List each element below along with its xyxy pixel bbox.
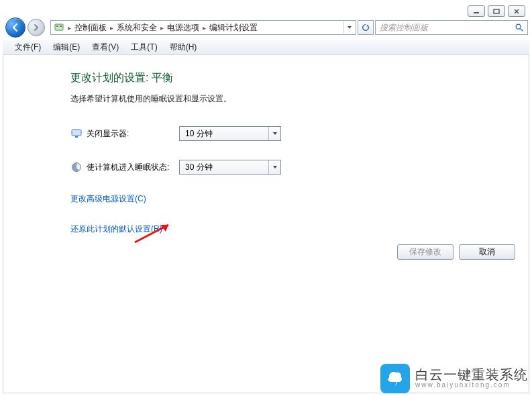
menu-view[interactable]: 查看(V) (87, 40, 124, 54)
svg-point-5 (516, 24, 521, 29)
minimize-button[interactable] (468, 5, 485, 17)
svg-rect-3 (56, 26, 58, 27)
svg-rect-2 (55, 24, 63, 30)
refresh-button[interactable] (358, 20, 374, 35)
svg-rect-6 (72, 130, 81, 136)
display-off-dropdown[interactable]: 10 分钟 (179, 126, 281, 141)
svg-rect-1 (494, 9, 499, 13)
address-bar[interactable]: ▸ 控制面板 ▸ 系统和安全 ▸ 电源选项 ▸ 编辑计划设置 (50, 20, 356, 35)
watermark-url: www.baiyunxitong.com (415, 382, 528, 389)
search-input[interactable] (378, 22, 514, 33)
chevron-right-icon: ▸ (109, 24, 115, 32)
moon-icon (70, 161, 83, 173)
field-sleep: 使计算机进入睡眠状态: 30 分钟 (70, 160, 514, 175)
svg-rect-4 (60, 26, 62, 27)
chevron-down-icon (268, 160, 280, 174)
breadcrumb-system-security[interactable]: 系统和安全 (117, 22, 157, 34)
content-pane: 更改计划的设置: 平衡 选择希望计算机使用的睡眠设置和显示设置。 关闭显示器: … (3, 55, 529, 393)
chevron-right-icon: ▸ (66, 24, 72, 32)
page-title: 更改计划的设置: 平衡 (70, 71, 514, 85)
save-button[interactable]: 保存修改 (397, 244, 454, 260)
search-box[interactable] (375, 20, 528, 35)
menu-file[interactable]: 文件(F) (9, 40, 46, 54)
control-panel-icon (54, 22, 64, 33)
menu-tools[interactable]: 工具(T) (125, 40, 162, 54)
field-display-off-label: 关闭显示器: (87, 128, 179, 140)
watermark: 白云一键重装系统 www.baiyunxitong.com (380, 364, 528, 393)
svg-rect-7 (75, 136, 78, 138)
monitor-icon (70, 128, 83, 140)
chevron-right-icon: ▸ (159, 24, 165, 32)
sleep-value: 30 分钟 (185, 162, 213, 173)
chevron-right-icon: ▸ (201, 24, 207, 32)
search-icon[interactable] (514, 22, 525, 33)
field-sleep-label: 使计算机进入睡眠状态: (87, 162, 179, 173)
display-off-value: 10 分钟 (185, 128, 213, 140)
link-restore-defaults[interactable]: 还原此计划的默认设置(R) (70, 224, 162, 234)
watermark-title: 白云一键重装系统 (415, 368, 528, 382)
menu-edit[interactable]: 编辑(E) (48, 40, 85, 54)
cancel-button[interactable]: 取消 (459, 244, 515, 260)
svg-rect-0 (474, 12, 479, 13)
breadcrumb-power-options[interactable]: 电源选项 (167, 22, 199, 34)
nav-back-button[interactable] (5, 17, 25, 38)
menu-help[interactable]: 帮助(H) (164, 40, 203, 54)
watermark-logo-icon (380, 364, 410, 393)
link-advanced-settings[interactable]: 更改高级电源设置(C) (70, 194, 146, 203)
maximize-button[interactable] (488, 5, 505, 17)
field-display-off: 关闭显示器: 10 分钟 (70, 126, 514, 141)
close-button[interactable] (508, 5, 525, 17)
breadcrumb-edit-plan[interactable]: 编辑计划设置 (209, 22, 258, 34)
breadcrumb-control-panel[interactable]: 控制面板 (74, 22, 107, 34)
menu-bar: 文件(F) 编辑(E) 查看(V) 工具(T) 帮助(H) (3, 40, 529, 55)
address-dropdown-button[interactable] (343, 21, 354, 34)
sleep-dropdown[interactable]: 30 分钟 (179, 160, 281, 175)
chevron-down-icon (268, 127, 280, 140)
nav-forward-button[interactable] (28, 19, 45, 36)
page-description: 选择希望计算机使用的睡眠设置和显示设置。 (70, 93, 514, 105)
